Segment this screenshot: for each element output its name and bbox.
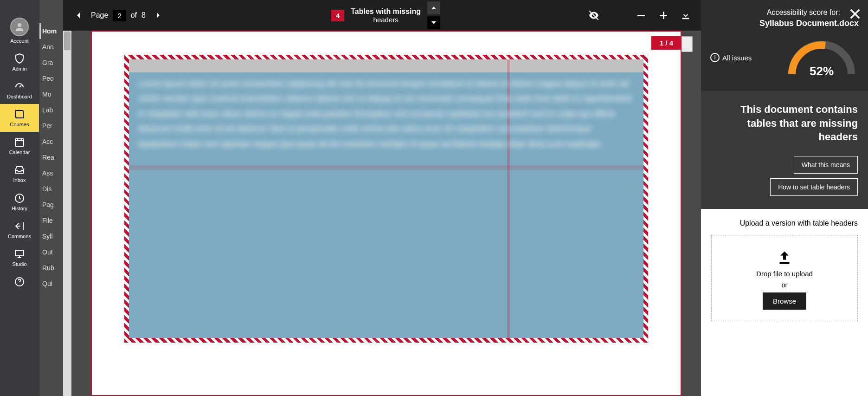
vertical-scrollbar[interactable] (63, 31, 71, 396)
nav-calendar[interactable]: Calendar (0, 132, 39, 160)
info-icon: i (710, 53, 720, 62)
nav-commons[interactable]: Commons (0, 216, 39, 244)
coursenav-quizzes[interactable]: Qui (39, 276, 63, 292)
coursenav-home[interactable]: Hom (39, 23, 63, 39)
panel-header: Accessibility score for: Syllabus Docume… (701, 0, 868, 91)
svg-rect-1 (15, 139, 24, 146)
zoom-in-button[interactable] (656, 7, 671, 23)
svg-rect-8 (682, 18, 689, 19)
coursenav-label: Rea (42, 154, 54, 161)
current-page: 2 (113, 10, 126, 21)
download-button[interactable] (678, 7, 694, 23)
nav-studio-label: Studio (10, 261, 28, 267)
nav-help[interactable] (0, 272, 39, 292)
speedometer-icon (14, 81, 25, 92)
nav-history[interactable]: History (0, 188, 39, 216)
avatar-icon (10, 18, 29, 36)
coursenav-label: Ass (42, 169, 53, 177)
coursenav-files[interactable]: File (39, 213, 63, 228)
coursenav-label: Mo (42, 91, 51, 98)
coursenav-label: Per (42, 122, 52, 130)
question-icon (14, 276, 25, 287)
document-page: 1 / 4 Lorem ipsum dolor sit amet consect… (91, 31, 682, 396)
monitor-icon (14, 248, 25, 260)
zoom-out-button[interactable] (633, 7, 649, 23)
coursenav-label: Ann (42, 43, 54, 51)
coursenav-pages[interactable]: Pag (39, 197, 63, 213)
panel-subtitle: Accessibility score for: (710, 8, 840, 17)
table-row-sep (129, 165, 643, 170)
coursenav-rea[interactable]: Rea (39, 149, 63, 165)
how-to-fix-button[interactable]: How to set table headers (770, 178, 858, 196)
coursenav-lab[interactable]: Lab (39, 102, 63, 118)
clock-icon (14, 193, 25, 204)
coursenav-label: Dis (42, 185, 51, 193)
issue-title-line1: Tables with missing (351, 7, 421, 16)
nav-history-label: History (10, 206, 29, 211)
global-nav: Account Admin Dashboard Courses Calendar… (0, 0, 39, 396)
coursenav-label: Acc (42, 138, 53, 145)
coursenav-modules[interactable]: Mo (39, 86, 63, 102)
issue-up-button[interactable] (427, 1, 440, 14)
nav-inbox-label: Inbox (12, 177, 28, 183)
all-issues-link[interactable]: i All issues (710, 53, 752, 62)
coursenav-grades[interactable]: Gra (39, 55, 63, 71)
issue-down-button[interactable] (427, 16, 440, 29)
file-dropzone[interactable]: Drop file to upload or Browse (711, 235, 858, 321)
coursenav-label: File (42, 217, 53, 224)
nav-courses[interactable]: Courses (0, 104, 39, 132)
coursenav-label: Qui (42, 280, 52, 287)
book-icon (14, 109, 25, 120)
of-label: of (131, 11, 137, 19)
coursenav-syllabus[interactable]: Syll (39, 228, 63, 244)
highlighted-table[interactable]: Lorem ipsum dolor sit amet consectetur a… (124, 55, 648, 343)
nav-account-label: Account (8, 38, 31, 44)
nav-dashboard[interactable]: Dashboard (0, 76, 39, 104)
score-percent: 52% (810, 64, 834, 78)
page-prev-button[interactable] (71, 7, 86, 23)
viewer-toolbar: Page 2 of 8 4 Tables with missing header… (63, 0, 701, 31)
coursenav-acc[interactable]: Acc (39, 134, 63, 149)
browse-button[interactable]: Browse (763, 292, 806, 310)
blurred-content: Lorem ipsum dolor sit amet consectetur a… (129, 59, 643, 161)
coursenav-outcomes[interactable]: Out (39, 244, 63, 260)
page-nav-group: Page 2 of 8 (71, 7, 166, 23)
close-button[interactable] (849, 7, 862, 20)
coursenav-per[interactable]: Per (39, 118, 63, 134)
nav-admin[interactable]: Admin (0, 48, 39, 76)
panel-issue-section: This document contains tables that are m… (701, 91, 868, 209)
svg-rect-3 (15, 250, 24, 256)
what-this-means-button[interactable]: What this means (794, 156, 858, 174)
inbox-icon (14, 164, 25, 175)
or-text: or (782, 281, 787, 289)
coursenav-announcements[interactable]: Ann (39, 39, 63, 55)
issue-title-group: 4 Tables with missing headers (174, 7, 578, 24)
nav-studio[interactable]: Studio (0, 244, 39, 272)
coursenav-rubrics[interactable]: Rub (39, 260, 63, 276)
nav-dashboard-label: Dashboard (5, 94, 34, 99)
coursenav-label: Syll (42, 233, 53, 240)
scrollbar-thumb[interactable] (64, 32, 71, 50)
nav-account[interactable]: Account (0, 13, 39, 48)
coursenav-label: Out (42, 248, 53, 256)
page-next-button[interactable] (150, 7, 166, 23)
toolbar-right-group (586, 7, 694, 23)
gauge-pointer-icon (817, 78, 826, 83)
nav-admin-label: Admin (10, 66, 28, 71)
score-gauge: 52% (784, 37, 859, 78)
coursenav-discussions[interactable]: Dis (39, 181, 63, 197)
panel-upload-section: Upload a version with table headers Drop… (701, 209, 868, 396)
svg-point-0 (18, 23, 21, 27)
coursenav-people[interactable]: Peo (39, 71, 63, 86)
share-icon (14, 221, 25, 232)
hide-highlights-button[interactable] (586, 7, 602, 23)
coursenav-assignments[interactable]: Ass (39, 165, 63, 181)
nav-inbox[interactable]: Inbox (0, 160, 39, 188)
panel-filename: Syllabus Document.docx (710, 19, 859, 28)
drop-text: Drop file to upload (756, 270, 813, 278)
coursenav-label: Lab (42, 106, 53, 114)
issue-heading: This document contains tables that are m… (711, 103, 858, 144)
accessibility-panel: Accessibility score for: Syllabus Docume… (701, 0, 868, 396)
svg-rect-5 (637, 15, 645, 16)
nav-calendar-label: Calendar (7, 149, 32, 155)
